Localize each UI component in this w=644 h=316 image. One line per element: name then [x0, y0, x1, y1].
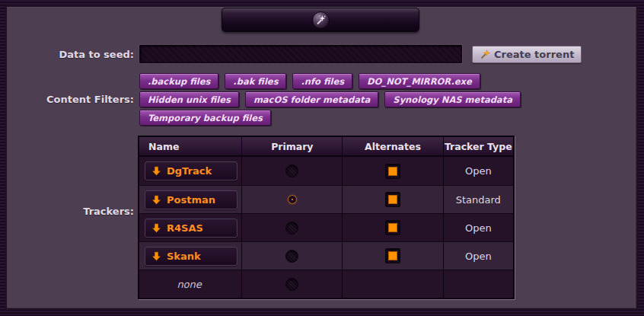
- tracker-primary-cell: [242, 242, 343, 270]
- content-filter-chip[interactable]: Synology NAS metadata: [384, 91, 521, 107]
- tracker-link-button[interactable]: DgTrack: [145, 161, 238, 180]
- section-collapse-bar[interactable]: [222, 8, 419, 32]
- trackers-label: Trackers:: [0, 206, 134, 217]
- alternates-checkbox-checked[interactable]: [385, 192, 400, 207]
- tracker-name: Skank: [167, 251, 201, 262]
- content-filter-chip[interactable]: Hidden unix files: [139, 91, 239, 107]
- tracker-row: none: [139, 270, 513, 298]
- download-arrow-icon: [151, 166, 161, 176]
- checkbox-fill: [388, 251, 397, 260]
- tracker-row: SkankOpen: [139, 241, 513, 270]
- primary-radio[interactable]: [285, 250, 298, 263]
- checkbox-fill: [388, 223, 397, 232]
- tracker-alternates-cell: [343, 214, 443, 241]
- tracker-primary-cell: [242, 214, 343, 241]
- tracker-name-none: none: [145, 279, 241, 290]
- create-torrent-button[interactable]: Create torrent: [472, 46, 582, 63]
- tracker-primary-cell: [242, 157, 343, 185]
- checkbox-fill: [388, 167, 397, 176]
- data-to-seed-input[interactable]: [139, 45, 462, 63]
- tracker-alternates-cell: [343, 186, 443, 213]
- content-filter-row: .backup files.bak files.nfo filesDO_NOT_…: [139, 73, 480, 89]
- tracker-row: R4SASOpen: [139, 213, 513, 241]
- create-torrent-button-label: Create torrent: [494, 49, 574, 60]
- magic-wand-orb-icon: [312, 11, 330, 29]
- tracker-row: PostmanStandard: [139, 185, 513, 213]
- content-filter-chip[interactable]: macOS folder metadata: [245, 91, 378, 107]
- primary-radio-selected[interactable]: [289, 196, 296, 203]
- alternates-checkbox-checked[interactable]: [385, 164, 400, 179]
- create-torrent-screen: Data to seed: Create torrent Content Fil…: [0, 0, 644, 316]
- tracker-link-button[interactable]: R4SAS: [145, 219, 238, 238]
- download-arrow-icon: [151, 223, 161, 233]
- tracker-type-cell: Open: [444, 157, 513, 185]
- alternates-checkbox-checked[interactable]: [385, 248, 400, 263]
- download-arrow-icon: [151, 195, 161, 205]
- tracker-name-cell: Postman: [139, 186, 242, 213]
- content-filter-chip[interactable]: Temporary backup files: [139, 110, 271, 126]
- primary-radio[interactable]: [285, 222, 298, 235]
- content-filter-chip[interactable]: .backup files: [139, 73, 218, 89]
- tracker-type-cell: Open: [444, 214, 513, 241]
- primary-radio[interactable]: [285, 164, 298, 177]
- tracker-type-cell: Standard: [444, 186, 513, 213]
- magic-wand-icon: [480, 49, 490, 60]
- tracker-name-cell: Skank: [139, 242, 242, 270]
- content-filter-row: Temporary backup files: [139, 110, 271, 126]
- trackers-table-body: DgTrackOpenPostmanStandardR4SASOpenSkank…: [139, 157, 513, 298]
- tracker-primary-cell: [242, 186, 343, 213]
- download-arrow-icon: [151, 251, 161, 261]
- column-header-name: Name: [139, 137, 242, 155]
- alternates-checkbox-checked[interactable]: [385, 220, 400, 235]
- content-filter-chip[interactable]: .bak files: [225, 73, 286, 89]
- tracker-name: R4SAS: [167, 222, 203, 234]
- tracker-link-button[interactable]: Postman: [145, 190, 238, 209]
- tracker-alternates-cell: [343, 242, 443, 270]
- tracker-type-cell: Open: [444, 242, 513, 270]
- tracker-type-cell: [444, 270, 513, 298]
- checkbox-fill: [388, 195, 397, 204]
- trackers-table: Name Primary Alternates Tracker Type DgT…: [138, 136, 515, 299]
- tracker-row: DgTrackOpen: [139, 157, 513, 185]
- content-filter-row: Hidden unix filesmacOS folder metadataSy…: [139, 91, 521, 107]
- primary-radio[interactable]: [285, 278, 298, 291]
- tracker-primary-cell: [242, 270, 343, 298]
- tracker-name-cell: none: [139, 270, 242, 298]
- trackers-table-header: Name Primary Alternates Tracker Type: [139, 137, 513, 157]
- data-to-seed-label: Data to seed:: [0, 49, 134, 60]
- content-filter-chip[interactable]: .nfo files: [292, 73, 352, 89]
- tracker-name: DgTrack: [167, 165, 212, 177]
- column-header-tracker-type: Tracker Type: [444, 137, 513, 155]
- tracker-link-button[interactable]: Skank: [145, 247, 238, 266]
- column-header-alternates: Alternates: [343, 137, 443, 155]
- tracker-name-cell: DgTrack: [139, 157, 242, 185]
- tracker-name-cell: R4SAS: [139, 214, 242, 241]
- tracker-alternates-cell: [343, 157, 443, 185]
- content-filter-chip[interactable]: DO_NOT_MIRROR.exe: [359, 73, 480, 89]
- tracker-alternates-cell: [343, 270, 443, 298]
- content-filters-label: Content Filters:: [0, 94, 134, 105]
- tracker-name: Postman: [167, 194, 215, 206]
- column-header-primary: Primary: [242, 137, 343, 155]
